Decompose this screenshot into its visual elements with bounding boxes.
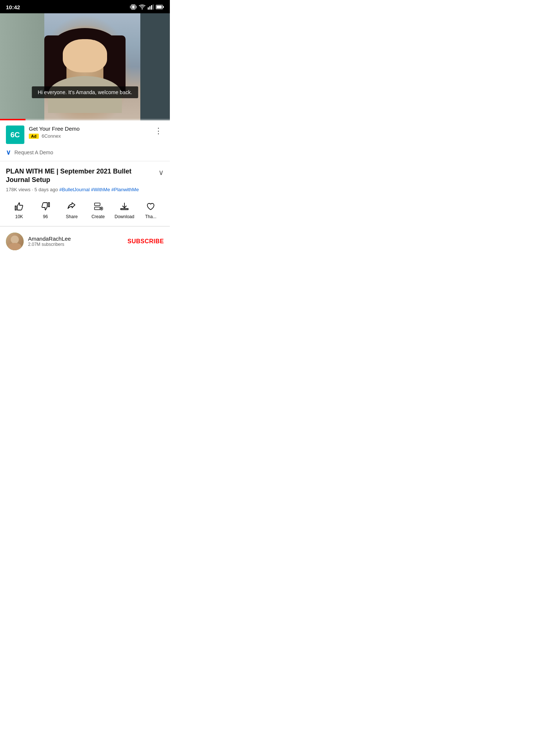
video-title: PLAN WITH ME | September 2021 Bullet Jou… <box>6 167 155 185</box>
channel-name[interactable]: AmandaRachLee <box>28 236 123 242</box>
svg-rect-7 <box>150 6 151 10</box>
svg-rect-12 <box>157 6 162 8</box>
video-progress-bar[interactable] <box>0 119 170 120</box>
video-views: 178K views <box>6 187 30 192</box>
dislike-count: 96 <box>43 214 48 219</box>
thanks-button[interactable]: Tha... <box>138 200 164 221</box>
ad-badge: Ad <box>29 134 39 139</box>
create-button[interactable]: Create <box>85 200 111 221</box>
ad-advertiser: 6Connex <box>42 133 61 139</box>
svg-rect-11 <box>163 6 164 8</box>
video-progress-fill <box>0 119 25 120</box>
video-player[interactable]: Hi everyone. It's Amanda, welcome back. <box>0 13 170 120</box>
status-bar: 10:42 <box>0 0 170 13</box>
download-icon <box>120 202 129 212</box>
download-button[interactable]: Download <box>111 200 137 221</box>
ad-title: Get Your Free Demo <box>29 126 148 132</box>
status-time: 10:42 <box>6 4 20 10</box>
action-row: 10K 96 Share <box>6 198 164 221</box>
channel-subscribers: 2.07M subscribers <box>28 242 123 247</box>
ad-info: Get Your Free Demo Ad 6Connex <box>29 126 148 139</box>
share-icon <box>67 202 76 212</box>
like-button[interactable]: 10K <box>6 200 32 221</box>
battery-icon <box>156 5 164 9</box>
thanks-label: Tha... <box>145 214 157 219</box>
signal-icon <box>148 4 154 10</box>
channel-info: AmandaRachLee 2.07M subscribers <box>28 236 123 247</box>
subscribe-button[interactable]: SUBSCRIBE <box>127 238 164 245</box>
create-icon <box>93 202 103 212</box>
video-hashtags[interactable]: #BulletJournal #WithMe #PlanwithMe <box>59 187 139 192</box>
svg-rect-9 <box>153 4 154 10</box>
video-background <box>0 13 170 120</box>
video-subtitle: Hi everyone. It's Amanda, welcome back. <box>32 86 138 98</box>
wifi-icon <box>139 4 145 10</box>
svg-rect-8 <box>151 5 152 10</box>
ad-section: 6C Get Your Free Demo Ad 6Connex ⋮ ∨ Req… <box>0 120 170 161</box>
share-button[interactable]: Share <box>59 200 85 221</box>
video-uploaded: 5 days ago <box>34 187 58 192</box>
like-icon <box>14 202 24 212</box>
download-label: Download <box>114 214 134 219</box>
svg-rect-6 <box>148 7 149 10</box>
svg-rect-4 <box>132 6 134 8</box>
video-info: PLAN WITH ME | September 2021 Bullet Jou… <box>0 161 170 226</box>
ad-logo[interactable]: 6C <box>6 126 24 144</box>
video-title-row: PLAN WITH ME | September 2021 Bullet Jou… <box>6 167 164 185</box>
vibrate-icon <box>130 4 137 10</box>
thanks-icon <box>146 202 155 212</box>
face <box>63 39 107 72</box>
ad-cta-chevron-icon: ∨ <box>6 148 11 157</box>
avatar-image <box>6 233 24 250</box>
svg-point-5 <box>142 8 143 10</box>
channel-row: AmandaRachLee 2.07M subscribers SUBSCRIB… <box>0 226 170 256</box>
dislike-button[interactable]: 96 <box>32 200 58 221</box>
channel-avatar[interactable] <box>6 233 24 250</box>
dislike-icon <box>41 202 50 212</box>
video-expand-button[interactable]: ∨ <box>158 168 164 177</box>
ad-cta[interactable]: ∨ Request A Demo <box>6 144 164 157</box>
ad-cta-text: Request A Demo <box>14 150 53 155</box>
status-icons <box>130 4 164 10</box>
like-count: 10K <box>15 214 23 219</box>
ad-badge-row: Ad 6Connex <box>29 133 148 139</box>
ad-header: 6C Get Your Free Demo Ad 6Connex ⋮ <box>6 126 164 144</box>
video-meta: 178K views · 5 days ago #BulletJournal #… <box>6 187 164 192</box>
create-label: Create <box>92 214 105 219</box>
ad-more-button[interactable]: ⋮ <box>153 126 164 137</box>
share-label: Share <box>66 214 78 219</box>
